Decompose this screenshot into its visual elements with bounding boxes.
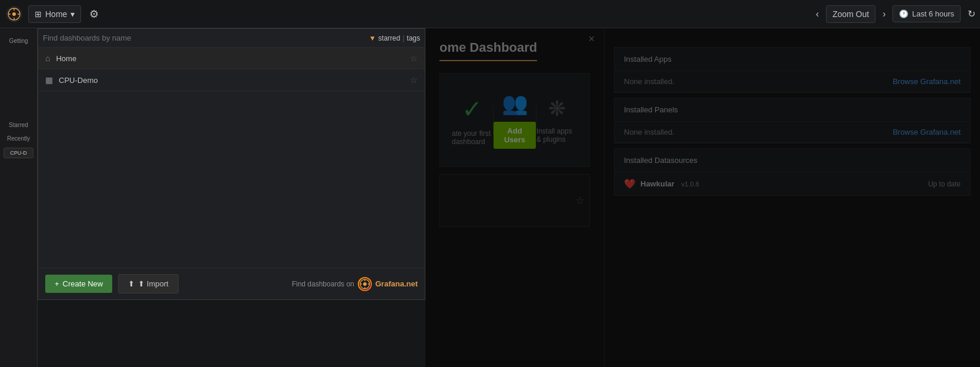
home-dropdown-arrow: ▾ <box>71 9 75 19</box>
grafana-net-link[interactable]: Find dashboards on Grafana.net <box>292 277 418 291</box>
dropdown-search-row: ▼ starred | tags <box>38 29 425 48</box>
clock-icon: 🕐 <box>899 9 908 18</box>
home-nav-button[interactable]: ⊞ Home ▾ <box>28 5 81 23</box>
chevron-right-icon: › <box>882 9 885 19</box>
dropdown-body <box>38 91 425 268</box>
chevron-left-icon: ‹ <box>816 9 819 19</box>
zoom-forward-button[interactable]: › <box>882 9 885 19</box>
create-new-button[interactable]: + Create New <box>45 275 112 293</box>
tags-filter[interactable]: tags <box>407 34 420 42</box>
filter-area: ▼ starred | tags <box>369 34 420 42</box>
time-range-picker[interactable]: 🕐 Last 6 hours <box>892 5 961 22</box>
star-home-button[interactable]: ☆ <box>410 54 418 63</box>
grafana-net-text: Find dashboards on <box>292 280 354 288</box>
settings-button[interactable]: ⚙ <box>86 4 102 24</box>
refresh-icon: ↻ <box>968 9 975 19</box>
dim-overlay[interactable] <box>425 28 980 367</box>
sidebar-item-getting[interactable]: Getting <box>0 34 37 48</box>
starred-filter[interactable]: starred <box>378 34 400 42</box>
zoom-out-label: Zoom Out <box>833 9 869 19</box>
dropdown-footer: + Create New ⬆ ⬆ Import Find dashboards … <box>38 268 425 299</box>
page-wrapper: Getting Starred Recently CPU-D ▼ starred… <box>0 28 980 367</box>
grafana-net-brand: Grafana.net <box>375 279 418 288</box>
top-nav: ⊞ Home ▾ ⚙ ‹ Zoom Out › 🕐 Last 6 hours ↻ <box>0 0 980 28</box>
gear-icon: ⚙ <box>89 8 99 20</box>
svg-point-8 <box>363 282 367 286</box>
dropdown-item-cpu-label: CPU-Demo <box>59 76 404 85</box>
sidebar-item-starred[interactable]: Starred <box>0 118 37 132</box>
import-button[interactable]: ⬆ ⬆ Import <box>118 274 178 293</box>
dropdown-item-home-label: Home <box>56 54 404 63</box>
dashboard-grid-icon: ▦ <box>45 75 53 85</box>
home-nav-label: Home <box>45 9 67 19</box>
grafana-net-logo <box>358 277 372 291</box>
cpu-d-tag[interactable]: CPU-D <box>4 148 33 158</box>
dashboard-search-input[interactable] <box>43 34 364 42</box>
time-range-label: Last 6 hours <box>912 9 954 18</box>
nav-left: ⊞ Home ▾ ⚙ <box>5 4 102 24</box>
star-cpu-button[interactable]: ☆ <box>410 75 418 85</box>
zoom-back-button[interactable]: ‹ <box>816 9 819 19</box>
dropdown-item-cpu-demo[interactable]: ▦ CPU-Demo ☆ <box>38 69 425 91</box>
svg-point-1 <box>12 12 16 16</box>
grafana-logo[interactable] <box>5 5 24 24</box>
import-icon: ⬆ <box>128 279 135 288</box>
import-label: ⬆ Import <box>138 279 168 288</box>
zoom-out-button[interactable]: Zoom Out <box>826 5 875 23</box>
nav-right: ‹ Zoom Out › 🕐 Last 6 hours ↻ <box>816 5 975 23</box>
home-icon: ⌂ <box>45 54 50 63</box>
plus-icon: + <box>55 279 59 288</box>
filter-icon: ▼ <box>369 34 376 42</box>
refresh-button[interactable]: ↻ <box>968 8 975 19</box>
dashboard-dropdown: ▼ starred | tags ⌂ Home ☆ ▦ CPU-Demo ☆ +… <box>38 28 425 300</box>
create-new-label: Create New <box>63 279 103 288</box>
sidebar-item-recently[interactable]: Recently <box>0 132 37 145</box>
dropdown-item-home[interactable]: ⌂ Home ☆ <box>38 48 425 69</box>
left-sidebar: Getting Starred Recently CPU-D <box>0 28 38 367</box>
